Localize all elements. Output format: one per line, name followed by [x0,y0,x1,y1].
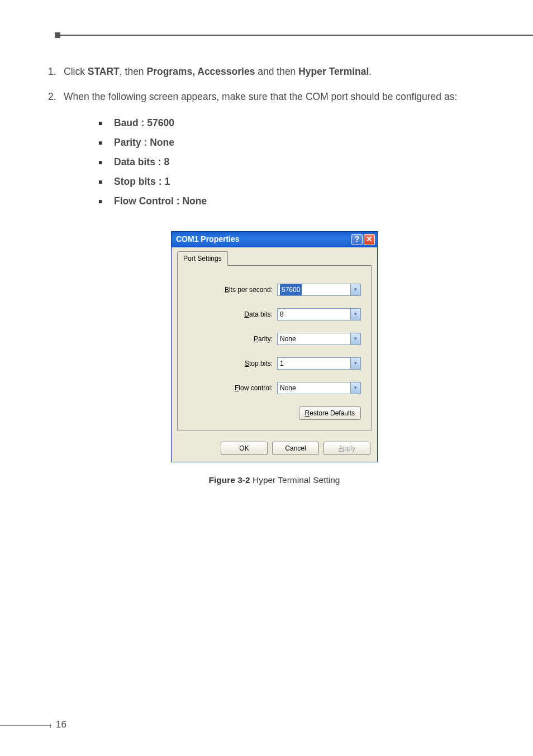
footer-tick [50,724,51,728]
combo-parity[interactable]: None ▾ [277,333,361,345]
chevron-down-icon: ▾ [350,358,360,369]
combo-bits-per-second[interactable]: 57600 ▾ [277,284,361,296]
figure-title: Hyper Terminal Setting [250,475,340,485]
text: and then [255,66,298,77]
bullet-databits: Data bits : 8 [98,152,485,172]
combo-data-bits[interactable]: 8 ▾ [277,308,361,320]
row-stop-bits: Stop bits: 1 ▾ [188,357,361,370]
figure-number: Figure 3-2 [209,475,250,485]
bold: Hyper Terminal [298,66,369,77]
combo-value: None [280,383,296,394]
text: When the following screen appears, make … [64,91,457,102]
instruction-list: Click START, then Programs, Accessories … [48,64,485,487]
tab-port-settings[interactable]: Port Settings [177,251,228,266]
combo-value: None [280,334,296,344]
bullet-parity: Parity : None [98,133,485,152]
config-bullets: Baud : 57600 Parity : None Data bits : 8… [98,113,485,211]
apply-button[interactable]: Apply [323,442,370,455]
header-rule [55,35,533,36]
restore-defaults-button[interactable]: Restore Defaults [299,406,361,420]
combo-stop-bits[interactable]: 1 ▾ [277,357,361,370]
text: . [369,66,372,77]
label-bits-per-second: Bits per second: [225,285,273,295]
bold: Programs, Accessories [146,66,255,77]
row-data-bits: Data bits: 8 ▾ [188,308,361,320]
label-data-bits: Data bits: [244,309,273,320]
dialog-body: Port Settings Bits per second: 57600 ▾ [172,247,377,436]
label-parity: Parity: [254,334,273,344]
page-number: 16 [56,719,66,730]
combo-value: 1 [280,358,284,369]
cancel-button[interactable]: Cancel [272,442,319,455]
label-flow-control: Flow control: [235,383,273,394]
row-bits-per-second: Bits per second: 57600 ▾ [188,284,361,296]
ok-button[interactable]: OK [221,442,268,455]
figure-caption: Figure 3-2 Hyper Terminal Setting [64,473,485,487]
combo-value: 8 [280,309,284,320]
label-stop-bits: Stop bits: [245,358,273,369]
bullet-flow: Flow Control : None [98,192,485,211]
step-1: Click START, then Programs, Accessories … [48,64,485,79]
step-2: When the following screen appears, make … [48,89,485,487]
chevron-down-icon: ▾ [350,309,360,320]
tab-panel: Bits per second: 57600 ▾ Data bits: 8 [177,265,372,430]
titlebar-buttons: ? ✕ [351,234,375,245]
bullet-baud: Baud : 57600 [98,113,485,133]
combo-value: 57600 [280,284,302,296]
combo-flow-control[interactable]: None ▾ [277,382,361,394]
help-button[interactable]: ? [351,234,363,245]
dialog-wrapper: COM1 Properties ? ✕ Port Settings Bits p… [64,231,485,462]
chevron-down-icon: ▾ [350,382,360,394]
dialog-titlebar: COM1 Properties ? ✕ [172,232,377,247]
restore-row: Restore Defaults [188,406,361,420]
footer-rule [0,725,51,726]
chevron-down-icon: ▾ [350,284,360,295]
bold: START [88,66,120,77]
com1-properties-dialog: COM1 Properties ? ✕ Port Settings Bits p… [171,231,378,462]
dialog-footer: OK Cancel Apply [172,436,377,462]
bullet-stopbits: Stop bits : 1 [98,172,485,192]
text: , then [120,66,147,77]
chevron-down-icon: ▾ [350,333,360,344]
row-parity: Parity: None ▾ [188,333,361,345]
page-content: Click START, then Programs, Accessories … [48,64,485,497]
text: Click [64,66,88,77]
dialog-title: COM1 Properties [176,233,240,246]
row-flow-control: Flow control: None ▾ [188,382,361,394]
close-button[interactable]: ✕ [364,234,375,245]
